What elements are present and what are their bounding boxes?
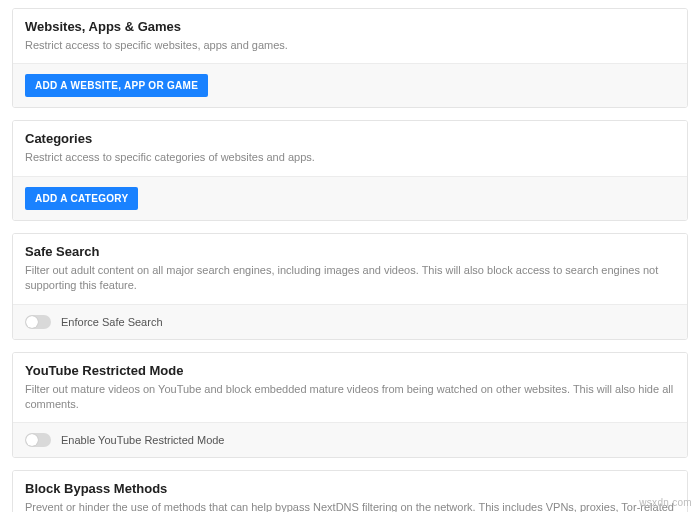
section-websites-apps-games: Websites, Apps & Games Restrict access t… xyxy=(12,8,688,108)
section-description: Prevent or hinder the use of methods tha… xyxy=(25,500,675,512)
section-youtube-restricted-mode: YouTube Restricted Mode Filter out matur… xyxy=(12,352,688,459)
add-website-app-game-button[interactable]: ADD A WEBSITE, APP OR GAME xyxy=(25,74,208,97)
watermark: wsxdn.com xyxy=(639,497,692,508)
section-header: Safe Search Filter out adult content on … xyxy=(13,234,687,304)
section-block-bypass-methods: Block Bypass Methods Prevent or hinder t… xyxy=(12,470,688,512)
section-body: Enable YouTube Restricted Mode xyxy=(13,422,687,457)
section-body: ADD A CATEGORY xyxy=(13,176,687,220)
section-body: ADD A WEBSITE, APP OR GAME xyxy=(13,63,687,107)
section-description: Filter out mature videos on YouTube and … xyxy=(25,382,675,413)
section-title: YouTube Restricted Mode xyxy=(25,363,675,378)
section-header: Categories Restrict access to specific c… xyxy=(13,121,687,175)
section-title: Safe Search xyxy=(25,244,675,259)
toggle-label: Enable YouTube Restricted Mode xyxy=(61,434,224,446)
section-header: YouTube Restricted Mode Filter out matur… xyxy=(13,353,687,423)
toggle-label: Enforce Safe Search xyxy=(61,316,163,328)
section-title: Block Bypass Methods xyxy=(25,481,675,496)
section-description: Restrict access to specific websites, ap… xyxy=(25,38,675,53)
enforce-safe-search-toggle[interactable] xyxy=(25,315,51,329)
section-title: Websites, Apps & Games xyxy=(25,19,675,34)
section-description: Restrict access to specific categories o… xyxy=(25,150,675,165)
section-categories: Categories Restrict access to specific c… xyxy=(12,120,688,220)
section-description: Filter out adult content on all major se… xyxy=(25,263,675,294)
section-header: Websites, Apps & Games Restrict access t… xyxy=(13,9,687,63)
add-category-button[interactable]: ADD A CATEGORY xyxy=(25,187,138,210)
section-title: Categories xyxy=(25,131,675,146)
enable-youtube-restricted-mode-toggle[interactable] xyxy=(25,433,51,447)
section-body: Enforce Safe Search xyxy=(13,304,687,339)
section-header: Block Bypass Methods Prevent or hinder t… xyxy=(13,471,687,512)
section-safe-search: Safe Search Filter out adult content on … xyxy=(12,233,688,340)
